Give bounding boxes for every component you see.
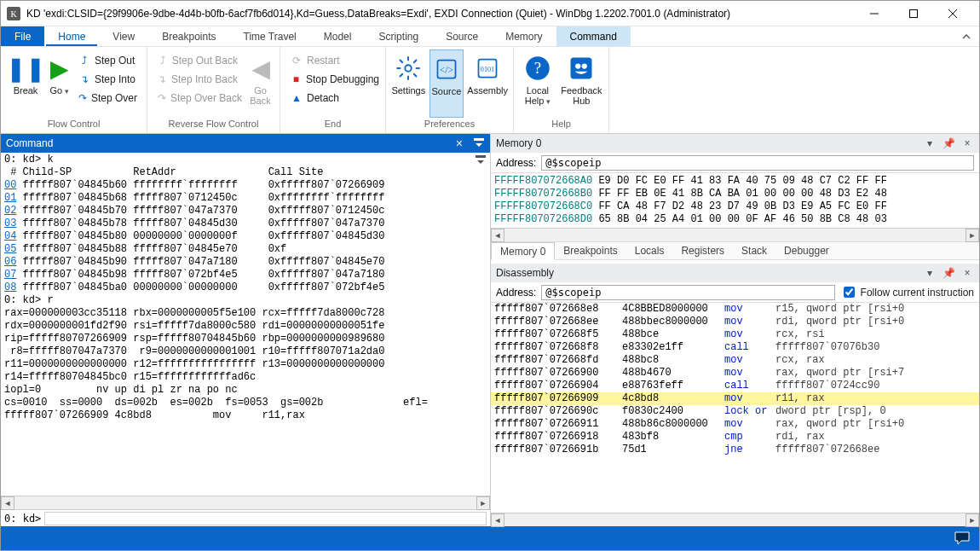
menu-view[interactable]: View: [99, 26, 148, 46]
step-out-icon: ⤴: [78, 55, 90, 67]
da-scroll-left-button[interactable]: ◄: [491, 513, 504, 527]
svg-rect-24: [474, 138, 484, 141]
da-scroll-right-button[interactable]: ►: [966, 513, 979, 527]
da-mnemonic: mov: [724, 316, 775, 328]
local-help-label: Local Help: [525, 85, 551, 107]
memory-table[interactable]: FFFFF807072668A0 E9 D0 FC E0 FF 41 83 FA…: [491, 173, 979, 228]
menu-breakpoints[interactable]: Breakpoints: [148, 26, 229, 46]
disassembly-address-row: Address: Follow current instruction: [491, 282, 979, 303]
close-button[interactable]: [933, 1, 972, 26]
step-out-back-button[interactable]: ⤴Step Out Back: [153, 51, 243, 70]
memory-hscroll[interactable]: ◄ ►: [491, 228, 979, 241]
break-button[interactable]: ❚❚ Break: [6, 49, 45, 118]
menu-file[interactable]: File: [1, 26, 44, 46]
stack-frame-link[interactable]: 07: [4, 269, 16, 281]
assembly-icon: 0101: [476, 51, 499, 85]
follow-instruction-checkbox[interactable]: [844, 287, 855, 298]
menu-time-travel[interactable]: Time Travel: [230, 26, 310, 46]
mem-scroll-right-button[interactable]: ►: [966, 229, 979, 242]
settings-label: Settings: [391, 85, 425, 96]
command-input[interactable]: [44, 512, 487, 525]
settings-button[interactable]: Settings: [391, 49, 426, 118]
stack-frame-link[interactable]: 05: [4, 243, 16, 255]
da-bytes: 488bbec8000000: [622, 316, 724, 328]
menu-home[interactable]: Home: [44, 26, 99, 46]
memory-panel-title[interactable]: Memory 0 ▾ 📌 ×: [491, 134, 979, 153]
group-help: ? Local Help Feedback Hub Help: [514, 47, 609, 133]
disassembly-address-input[interactable]: [541, 285, 834, 300]
memory-dropdown-icon[interactable]: ▾: [923, 137, 937, 149]
mem-scroll-left-button[interactable]: ◄: [491, 229, 504, 242]
stack-frame-link[interactable]: 03: [4, 218, 16, 229]
step-into-button[interactable]: ↴Step Into: [73, 70, 141, 89]
memory-pin-icon[interactable]: 📌: [942, 137, 955, 149]
command-output[interactable]: 0: kd> k # Child-SP RetAddr Call Site00 …: [1, 153, 490, 496]
feedback-hub-button[interactable]: Feedback Hub: [560, 49, 603, 118]
stack-frame-link[interactable]: 08: [4, 281, 16, 293]
memory-tab[interactable]: Memory 0: [491, 242, 555, 260]
step-into-back-button[interactable]: ↴Step Into Back: [153, 70, 243, 89]
command-output-line: cs=0010 ss=0000 ds=002b es=002b fs=0053 …: [4, 397, 487, 409]
disassembly-title-label: Disassembly: [496, 267, 554, 279]
disassembly-line: fffff807`072668e84C8BBED8000000movr15, q…: [491, 303, 979, 316]
da-address: fffff807`0726690c: [494, 405, 622, 418]
memory-tab[interactable]: Stack: [733, 242, 775, 259]
command-close-icon[interactable]: ×: [453, 136, 466, 150]
svg-rect-26: [476, 155, 486, 158]
follow-instruction-option[interactable]: Follow current instruction: [840, 284, 974, 300]
menu-scripting[interactable]: Scripting: [365, 26, 432, 46]
step-over-back-button[interactable]: ↷Step Over Back: [153, 89, 243, 107]
memory-address-cell: FFFFF807072668C0: [494, 200, 592, 212]
go-button[interactable]: ▶ Go: [49, 49, 70, 118]
memory-bytes-cell: FF CA 48 F7 D2 48 23 D7 49 0B D3 E9 A5 F…: [592, 200, 887, 212]
disassembly-pin-icon[interactable]: 📌: [942, 267, 955, 279]
stack-frame-link[interactable]: 00: [4, 179, 16, 191]
command-overflow-icon[interactable]: [475, 154, 487, 166]
disassembly-hscroll[interactable]: ◄ ►: [491, 513, 979, 526]
svg-point-22: [575, 63, 580, 68]
collapse-ribbon-button[interactable]: [954, 26, 979, 46]
detach-button[interactable]: ▲Detach: [285, 89, 384, 107]
step-out-button[interactable]: ⤴Step Out: [73, 51, 141, 70]
disassembly-close-icon[interactable]: ×: [960, 267, 974, 279]
stack-frame-link[interactable]: 04: [4, 230, 16, 242]
command-dropdown-icon[interactable]: [473, 137, 485, 149]
menu-memory[interactable]: Memory: [492, 26, 556, 46]
go-back-button[interactable]: ▶ Go Back: [246, 49, 274, 118]
scroll-right-button[interactable]: ►: [476, 496, 490, 510]
disassembly-body[interactable]: fffff807`072668e84C8BBED8000000movr15, q…: [491, 303, 979, 513]
scroll-left-button[interactable]: ◄: [1, 496, 14, 510]
stop-debugging-button[interactable]: ■Stop Debugging: [285, 70, 384, 89]
disassembly-line: fffff807`072669094c8bd8movr11, rax: [491, 392, 979, 405]
memory-tab[interactable]: Debugger: [775, 242, 838, 259]
memory-close-icon[interactable]: ×: [960, 137, 974, 149]
group-end: ⟳Restart ■Stop Debugging ▲Detach End: [280, 47, 386, 133]
menu-command[interactable]: Command: [556, 26, 631, 46]
da-operands: fffff807`072668ee: [775, 444, 976, 456]
maximize-button[interactable]: [894, 1, 933, 26]
memory-tab[interactable]: Registers: [672, 242, 733, 259]
memory-address-input[interactable]: [541, 155, 974, 171]
menu-source[interactable]: Source: [432, 26, 492, 46]
stack-frame-link[interactable]: 02: [4, 205, 16, 217]
step-over-button[interactable]: ↷Step Over: [73, 89, 141, 107]
memory-tab[interactable]: Locals: [626, 242, 673, 259]
stack-frame-link[interactable]: 06: [4, 256, 16, 268]
stack-frame-link[interactable]: 01: [4, 192, 16, 204]
disassembly-panel-title[interactable]: Disassembly ▾ 📌 ×: [491, 264, 979, 282]
command-hscroll[interactable]: ◄ ►: [1, 496, 490, 509]
minimize-button[interactable]: [855, 1, 894, 26]
local-help-button[interactable]: ? Local Help: [519, 49, 556, 118]
disassembly-dropdown-icon[interactable]: ▾: [923, 267, 937, 279]
command-panel-title[interactable]: Command ×: [1, 134, 490, 153]
feedback-icon[interactable]: [954, 531, 971, 546]
command-output-line: # Child-SP RetAddr Call Site: [4, 166, 487, 179]
restart-button[interactable]: ⟳Restart: [285, 51, 384, 70]
command-output-line: 0: kd> k: [4, 154, 487, 166]
disassembly-line: fffff807`072668f8e83302e1ffcallfffff807`…: [491, 341, 979, 354]
assembly-pref-button[interactable]: 0101 Assembly: [467, 49, 508, 118]
source-pref-button[interactable]: </> Source: [429, 49, 464, 118]
menu-model[interactable]: Model: [310, 26, 366, 46]
memory-tab[interactable]: Breakpoints: [555, 242, 625, 259]
da-address: fffff807`072668f5: [494, 328, 622, 341]
